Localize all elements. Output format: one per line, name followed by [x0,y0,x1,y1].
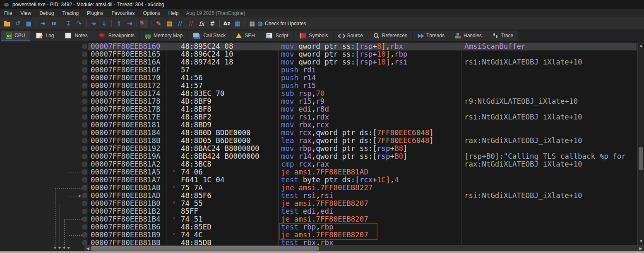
menu-item-file[interactable]: File [0,9,16,17]
tab-cpu[interactable]: CPU [1,31,30,41]
assemble-pencil-button[interactable]: ✎ [153,19,164,29]
breakpoint-dot[interactable] [82,99,87,104]
menu-item-favourites[interactable]: Favourites [107,9,139,17]
vertical-scrollbar[interactable]: ▲ ▼ [637,42,644,245]
tab-notes[interactable]: Notes [59,31,92,41]
step-over-button[interactable]: ↷ [74,19,84,29]
disasm-row[interactable]: 00007FF80EEB81AB∨75 7Ajne amsi.7FF80EEB8… [88,184,637,192]
disasm-row[interactable]: 00007FF80EEB818148:8BD9mov rbx,rcx [88,121,637,129]
patches-button[interactable]: ▤ [164,19,175,29]
breakpoint-dot[interactable] [82,169,87,175]
breakpoint-dot[interactable] [82,185,87,191]
tab-log[interactable]: Log [30,31,59,41]
column-separator-disasm-comment[interactable] [461,42,461,245]
tab-seh[interactable]: SEH [231,31,260,41]
scroll-left-icon[interactable]: ◀ [85,245,91,252]
breakpoint-dot[interactable] [82,138,87,143]
disasm-row[interactable]: 00007FF80EEB817E48:8BF2mov rsi,rdxrsi:Nt… [88,113,637,121]
column-separator-bytes-disasm[interactable] [278,42,279,245]
calculator-gray-button[interactable]: ▦ [247,19,257,29]
disasm-row[interactable]: 00007FF80EEB816F57push rdi [88,66,637,74]
pause-button[interactable]: ▮▮ [48,19,59,29]
tab-callstack[interactable]: Call Stack [188,31,231,41]
open-file-button[interactable] [2,19,12,29]
menu-item-view[interactable]: View [16,9,35,17]
breakpoint-dot[interactable] [82,201,87,206]
column-separator-address-bytes[interactable] [166,42,166,245]
compare-blue-button[interactable]: ∕∕ [175,19,185,29]
tab-symbols[interactable]: Symbols [294,31,333,41]
disasm-row[interactable]: 00007FF80EEB81A5∨74 06je amsi.7FF80EEB81… [88,168,637,176]
scroll-right-icon[interactable]: ▶ [638,245,644,252]
scroll-up-icon[interactable]: ▲ [638,43,644,48]
run-to-user-code-button[interactable]: ⇓ [99,19,110,29]
breakpoint-dot[interactable] [82,177,87,183]
breakpoint-dot[interactable] [82,107,87,112]
step-out-button[interactable]: ⇑ [113,19,124,29]
menu-item-options[interactable]: Options [139,9,164,17]
disasm-row[interactable]: 00007FF80EEB81AD48:85F6test rsi,rsirsi:N… [88,192,637,200]
font-az-button[interactable]: Az [221,19,232,29]
execute-till-return-button[interactable]: ↠ [88,19,99,29]
disasm-row[interactable]: 00007FF80EEB81784D:8BF9mov r15,r9r9:NtGd… [88,98,637,105]
log-hash-button[interactable]: # [207,19,218,29]
breakpoint-dot[interactable] [82,52,87,57]
close-button[interactable]: ■ [23,19,34,29]
tab-handles[interactable]: Handles [450,31,487,41]
disasm-row[interactable]: 00007FF80EEB81B4∨74 51je amsi.7FF80EEB82… [88,215,637,223]
disasm-row[interactable]: 00007FF80EEB81A7F641 1C 04test byte ptr … [88,176,637,184]
disasm-row[interactable]: 00007FF80EEB81A248:3BC8cmp rcx,raxrax:Nt… [88,160,637,168]
breakpoint-dot[interactable] [82,122,87,128]
disasm-row[interactable]: 00007FF80EEB818B48:8D05 B6DE0000lea rax,… [88,137,637,145]
breakpoint-dot[interactable] [82,162,87,167]
disasm-row[interactable]: 00007FF80EEB817041:56push r14 [88,74,637,82]
scroll-down-icon[interactable]: ▼ [638,238,644,244]
breakpoint-dot[interactable] [82,115,87,120]
tab-memmap[interactable]: Memory Map [140,31,187,41]
disasm-row[interactable]: 00007FF80EEB819A4C:8BB424 B0000000mov r1… [88,153,637,160]
breakpoint-dot[interactable] [82,60,87,65]
menu-item-tracing[interactable]: Tracing [58,9,83,17]
disasm-row[interactable]: 00007FF80EEB81B0∨74 55je amsi.7FF80EEB82… [88,200,637,208]
disasm-row[interactable]: 00007FF80EEB817B41:8BF8mov edi,r8d [88,105,637,113]
disasm-row[interactable]: 00007FF80EEB818448:8B0D BDDE0000mov rcx,… [88,129,637,137]
disasm-row[interactable]: 00007FF80EEB816548:896C24 10mov qword pt… [88,50,637,58]
disasm-row[interactable]: 00007FF80EEB816048:895C24 08mov qword pt… [88,43,637,50]
vertical-scrollbar-thumb[interactable] [639,147,643,170]
run-button[interactable]: ➔ [38,19,48,29]
menu-item-help[interactable]: Help [164,9,183,17]
run-until-button[interactable]: ⇥ [124,19,135,29]
disasm-row[interactable]: 00007FF80EEB819248:8BAC24 B8000000mov rb… [88,145,637,153]
tab-source[interactable]: Source [334,31,368,41]
breakpoint-dot[interactable] [82,44,87,49]
animate-stepping-button[interactable]: S [139,19,149,29]
disasm-row[interactable]: 00007FF80EEB817241:57push r15 [88,82,637,90]
tab-trace[interactable]: Trace [487,31,518,41]
breakpoint-dot[interactable] [82,224,87,230]
tab-script[interactable]: Script [260,31,293,41]
disasm-row[interactable]: 00007FF80EEB817448:83EC 70sub rsp,70 [88,90,637,98]
menu-item-plugins[interactable]: Plugins [83,9,107,17]
breakpoint-dot[interactable] [82,91,87,96]
step-into-button[interactable]: ↧ [63,19,74,29]
breakpoint-dot[interactable] [82,209,87,214]
compare-red-button[interactable]: ∕∕ [185,19,196,29]
breakpoint-dot[interactable] [82,146,87,151]
breakpoint-dot[interactable] [82,193,87,198]
breakpoint-dot[interactable] [82,232,87,238]
horizontal-scrollbar-thumb[interactable] [91,246,319,251]
restart-button[interactable]: ↺ [12,19,23,29]
breakpoint-dot[interactable] [82,83,87,88]
breakpoint-dot[interactable] [82,75,87,81]
expression-fx-button[interactable]: fx [196,19,207,29]
tab-threads[interactable]: Threads [413,31,449,41]
breakpoint-dot[interactable] [82,154,87,159]
calculator-blue-button[interactable]: ▦ [232,19,243,29]
breakpoint-dot[interactable] [82,130,87,136]
horizontal-scrollbar[interactable]: ◀ ▶ [84,245,644,251]
breakpoint-dot[interactable] [82,217,87,222]
tab-breakpoints[interactable]: Breakpoints [93,31,139,41]
breakpoint-dot[interactable] [82,67,87,73]
disasm-row[interactable]: 00007FF80EEB81B285FFtest edi,edi [88,208,637,215]
check-updates-button[interactable]: ◍Check for Updates [257,19,306,29]
